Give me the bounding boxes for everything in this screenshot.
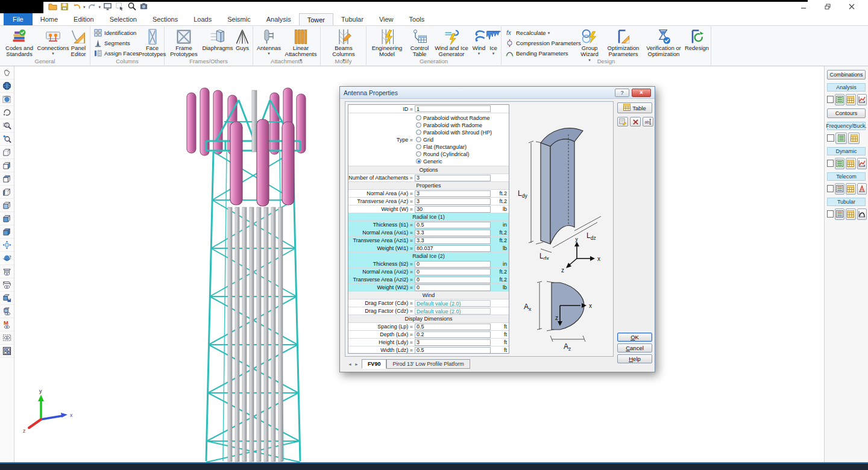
scroll-left-icon[interactable] (348, 362, 352, 366)
rotate-view-button[interactable] (0, 106, 14, 119)
view-cube-right-button[interactable] (0, 159, 14, 172)
type-option-paraboloid-with-radome[interactable]: Paraboloid with Radome (416, 122, 508, 128)
type-option-round-cylindrical[interactable]: Round (Cylindrical) (416, 151, 508, 157)
ice2-thickness-input[interactable] (415, 261, 491, 268)
transverse-area-input[interactable] (415, 198, 491, 205)
visibility-box-button[interactable] (0, 331, 14, 345)
zoom-window-button[interactable] (0, 119, 14, 133)
help-button[interactable]: Help (617, 354, 652, 363)
frequency-list-button[interactable] (835, 133, 847, 144)
orbit-sphere-button[interactable] (0, 93, 14, 106)
group-wizard-button[interactable]: Group Wizard (576, 28, 603, 62)
scroll-right-icon[interactable] (354, 362, 359, 366)
type-option-flat-rectangular[interactable]: Flat (Rectangular) (416, 143, 508, 150)
tab-tubular[interactable]: Tubular (333, 13, 371, 25)
ice1-transverse-area-input[interactable] (415, 237, 491, 244)
tab-tower[interactable]: Tower (299, 13, 333, 25)
ice2-weight-input[interactable] (415, 284, 491, 291)
restore-button[interactable] (820, 2, 835, 11)
telecom-list-button[interactable] (835, 183, 844, 195)
tab-file[interactable]: File (4, 13, 33, 25)
antenna-tab-fv90[interactable]: FV90 (362, 359, 387, 369)
beams-columns-button[interactable]: Beams Columns (326, 28, 361, 62)
tab-analysis[interactable]: Analysis (259, 13, 299, 25)
redo-button[interactable] (87, 2, 98, 12)
guys-button[interactable]: Guys (233, 28, 251, 51)
connections-button[interactable]: Connections (38, 28, 68, 55)
codes-standards-button[interactable]: Codes and Standards (2, 28, 37, 58)
table-button[interactable]: Table (617, 102, 652, 113)
rotate-3d-button[interactable] (0, 252, 14, 265)
open-button[interactable] (47, 2, 58, 12)
panel-grid-button[interactable] (0, 345, 14, 358)
attachments-input[interactable] (415, 175, 491, 181)
tubular-table-button[interactable] (846, 208, 855, 220)
display-button[interactable] (102, 2, 113, 12)
segments-button[interactable]: Segments (92, 39, 131, 48)
dialog-help-button[interactable]: ? (615, 89, 629, 97)
analysis-list-button[interactable] (835, 94, 844, 105)
dynamic-table-button[interactable] (846, 158, 855, 169)
minimize-button[interactable] (796, 2, 811, 11)
dynamic-list-button[interactable] (835, 158, 844, 169)
close-window-button[interactable] (844, 2, 860, 11)
id-input[interactable] (415, 105, 491, 112)
tab-tools[interactable]: Tools (401, 13, 433, 25)
fit-view-button[interactable] (0, 239, 14, 252)
wind-ice-generator-button[interactable]: Wind and Ice Generator (433, 28, 470, 58)
ice2-normal-area-input[interactable] (415, 269, 491, 275)
analysis-checkbox[interactable] (827, 96, 834, 103)
delete-antenna-button[interactable] (630, 117, 641, 127)
view-cube-front-button[interactable] (0, 199, 14, 212)
dialog-title-bar[interactable]: Antenna Properties ? × (340, 87, 655, 99)
select-button[interactable] (114, 2, 125, 12)
ice-button[interactable]: Ice (486, 28, 500, 55)
dialog-close-button[interactable]: × (632, 89, 651, 97)
assign-faces-button[interactable]: Assign Faces (92, 49, 140, 58)
linear-attachments-button[interactable]: Linear Attachments (283, 28, 318, 62)
zoom-dynamic-button[interactable] (0, 133, 14, 146)
verification-button[interactable]: Verification or Optimization (644, 28, 684, 58)
telecom-table-button[interactable] (846, 183, 855, 195)
orbit-globe-button[interactable] (0, 80, 14, 93)
rename-antenna-button[interactable]: ab (643, 117, 653, 127)
control-table-button[interactable]: Control Table (406, 28, 433, 58)
view-cube-solid-button[interactable] (0, 225, 14, 239)
tab-home[interactable]: Home (33, 13, 66, 25)
drag-factor-cdz-value[interactable]: Default value (2.0) (415, 308, 491, 315)
add-antenna-button[interactable] (617, 117, 628, 127)
panel-editor-button[interactable]: Panel Editor (68, 28, 89, 58)
undo-dropdown-caret-icon[interactable] (83, 5, 86, 9)
view-frame-button[interactable] (0, 278, 14, 292)
undo-button[interactable] (71, 2, 82, 12)
analysis-table-button[interactable] (846, 94, 855, 105)
capture-button[interactable] (138, 2, 149, 12)
normal-area-input[interactable] (415, 190, 491, 197)
view-cube-top-button[interactable] (0, 172, 14, 186)
tab-loads[interactable]: Loads (186, 13, 219, 25)
antenna-tab-pirod[interactable]: Pirod 13' Low Profile Platform (386, 359, 470, 369)
tab-sections[interactable]: Sections (145, 13, 186, 25)
view-platform-button[interactable] (0, 265, 14, 278)
bending-parameters-button[interactable]: Bending Parameters (504, 49, 570, 58)
frame-prototypes-button[interactable]: Frame Prototypes (168, 28, 200, 58)
tab-seismic[interactable]: Seismic (219, 13, 259, 25)
members-visibility-button[interactable]: M (0, 318, 14, 331)
search-button[interactable] (126, 2, 137, 12)
redesign-button[interactable]: Redesign (685, 28, 709, 51)
save-view-button[interactable] (0, 292, 14, 305)
telecom-tower-button[interactable] (857, 183, 867, 195)
view-cube-iso-button[interactable] (0, 146, 14, 159)
engineering-model-button[interactable]: Engineering Model (368, 28, 406, 58)
weight-input[interactable] (415, 206, 491, 213)
ice2-transverse-area-input[interactable] (415, 277, 491, 283)
view-cube-eye-button[interactable] (0, 305, 14, 318)
type-option-grid[interactable]: Grid (416, 136, 508, 143)
pan-button[interactable] (0, 66, 14, 80)
combinations-button[interactable]: Combinations (827, 70, 866, 80)
identification-button[interactable]: Identification (92, 28, 137, 37)
spacing-input[interactable] (415, 324, 491, 330)
frequency-table-button[interactable] (848, 133, 860, 144)
diaphragms-button[interactable]: Diaphragms (202, 28, 233, 51)
height-input[interactable] (415, 339, 491, 346)
